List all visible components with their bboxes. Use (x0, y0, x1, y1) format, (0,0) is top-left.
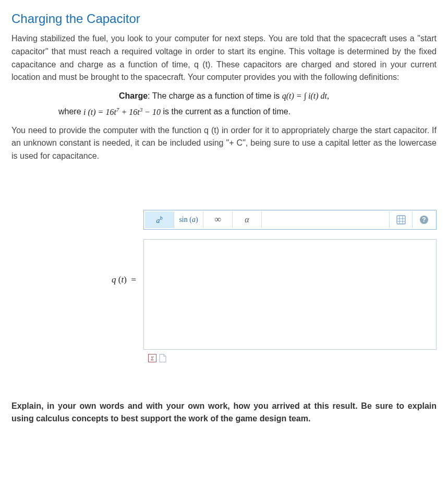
math-toolbar: ab sin (a) ∞ α (143, 210, 437, 230)
page-icon (159, 354, 166, 362)
current-definition: where i (t) = 16t7 + 16t3 − 10 is the cu… (11, 106, 437, 116)
charge-label: Charge (119, 91, 148, 100)
intro-paragraph: Having stabilized the fuel, you look to … (11, 32, 437, 84)
svg-text:?: ? (422, 216, 426, 223)
svg-rect-0 (397, 216, 405, 224)
tool-infinity[interactable]: ∞ (203, 211, 233, 228)
equation-editor-icon: Σ (148, 354, 156, 362)
toolbar-spacer (262, 211, 389, 228)
math-input[interactable] (143, 239, 437, 350)
instruction-paragraph: You need to provide the computer with th… (11, 124, 437, 163)
infinity-icon: ∞ (214, 214, 221, 225)
current-tail-text: is the current as a function of time. (161, 108, 290, 116)
charge-formula: q(t) = ∫ i(t) dt, (282, 91, 329, 100)
section-title: Charging the Capacitor (11, 11, 437, 26)
answer-row: q (t) = ab sin (a) ∞ α (11, 210, 437, 350)
answer-label: q (t) = (11, 275, 136, 285)
tool-help[interactable]: ? (412, 211, 435, 228)
equation-editor-toggle[interactable]: Σ (148, 354, 156, 362)
new-page-toggle[interactable] (159, 354, 167, 362)
tool-trig[interactable]: sin (a) (174, 211, 203, 228)
alpha-icon: α (245, 215, 249, 224)
charge-def-text: : The charge as a function of time is (148, 91, 282, 100)
tool-keypad[interactable] (389, 211, 412, 228)
explain-prompt: Explain, in your own words and with your… (11, 400, 437, 425)
tool-greek[interactable]: α (233, 211, 262, 228)
svg-text:Σ: Σ (150, 356, 154, 361)
charge-definition: Charge: The charge as a function of time… (11, 91, 437, 101)
i-formula: i (t) = 16t7 + 16t3 − 10 (83, 108, 161, 116)
math-editor: ab sin (a) ∞ α (143, 210, 437, 350)
below-editor-icons: Σ (11, 354, 437, 362)
where-text: where (58, 108, 83, 116)
tool-exponent[interactable]: ab (145, 211, 174, 228)
keypad-icon (396, 215, 406, 224)
help-icon: ? (419, 215, 429, 224)
